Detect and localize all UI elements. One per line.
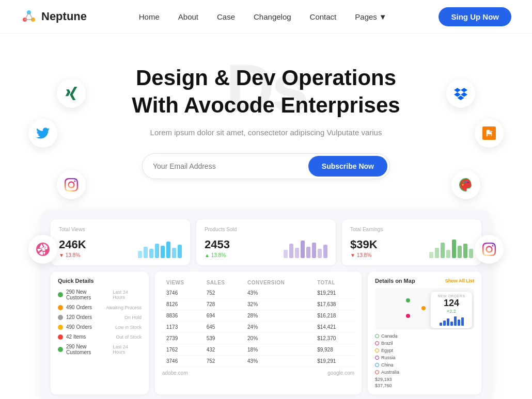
total-views-value: 246K — [59, 238, 86, 251]
svg-point-7 — [463, 182, 464, 183]
svg-line-3 — [25, 12, 29, 20]
navbar: Neptune Home About Case Changelog Contac… — [0, 0, 532, 34]
nav-about[interactable]: About — [178, 12, 198, 21]
logo[interactable]: Neptune — [21, 8, 87, 25]
nav-case[interactable]: Case — [217, 12, 235, 21]
table-row: 176243218%$9,928 — [162, 344, 354, 356]
qd-row-1: 490 Orders Awaiting Process — [58, 305, 142, 310]
total-views-chart — [138, 238, 182, 258]
total-views-label: Total Views — [59, 227, 182, 232]
total-views-change: ▼ 13.8% — [59, 252, 86, 258]
table-row: 374675243%$19,291 — [162, 356, 354, 367]
twitter-icon — [28, 119, 57, 148]
nav-home[interactable]: Home — [139, 12, 160, 21]
country-russia: Russia — [375, 355, 474, 360]
data-table-panel: VIEWS SALES CONVERSION TOTAL 374675243%$… — [155, 272, 362, 394]
dribbble-icon — [28, 235, 57, 264]
orders-value: 124 — [435, 298, 468, 309]
map-header: Details on Map Show All List — [375, 278, 474, 284]
country-brazil: Brazil — [375, 341, 474, 346]
quick-details-title: Quick Details — [58, 278, 142, 284]
nav-contact[interactable]: Contact — [310, 12, 337, 21]
dashboard-cards: Total Views 246K ▼ 13.8% — [51, 219, 481, 265]
table-row: 374675243%$19,291 — [162, 288, 354, 299]
blogger-icon — [475, 119, 504, 148]
nav-changelog[interactable]: Changelog — [254, 12, 291, 21]
chevron-down-icon: ▼ — [379, 12, 387, 21]
products-sold-card: Products Sold 2453 ▲ 13.8% — [196, 219, 336, 265]
nav-links: Home About Case Changelog Contact Pages … — [139, 12, 387, 21]
qd-row-0: 290 New Customers Last 24 Hours — [58, 289, 142, 300]
country-canada: Canada — [375, 333, 474, 339]
new-orders-badge: NEW ORDERS 124 +2.2 — [431, 292, 472, 328]
dashboard-preview: Total Views 246K ▼ 13.8% — [41, 210, 491, 399]
data-table: VIEWS SALES CONVERSION TOTAL 374675243%$… — [162, 278, 354, 367]
total-earnings-chart — [429, 238, 473, 258]
show-all-link[interactable]: Show All List — [445, 278, 474, 283]
quick-details-panel: Quick Details 290 New Customers Last 24 … — [51, 272, 149, 394]
table-footer: adobe.com google.com — [162, 370, 354, 376]
map-title: Details on Map — [375, 278, 415, 284]
country-list: Canada Brazil Egypt Russia China Austral… — [375, 333, 474, 375]
qd-row-3: 490 Orders Low in Stock — [58, 324, 142, 330]
products-sold-value: 2453 — [205, 238, 230, 251]
country-australia: Australia — [375, 370, 474, 375]
orders-chart — [435, 315, 468, 326]
nav-pages[interactable]: Pages ▼ — [355, 12, 386, 21]
col-views: VIEWS — [162, 278, 202, 288]
map-area: NEW ORDERS 124 +2.2 — [375, 288, 474, 329]
total-earnings-value: $39K — [350, 238, 378, 251]
qd-row-2: 120 Orders On Hold — [58, 314, 142, 320]
total-views-card: Total Views 246K ▼ 13.8% — [51, 219, 190, 265]
table-row: 812672832%$17,638 — [162, 299, 354, 310]
table-row: 883669428%$16,218 — [162, 310, 354, 322]
table-row: 273953920%$12,370 — [162, 333, 354, 344]
hero-section: Ds Design & Dev Operations With Avocode … — [0, 34, 532, 200]
qd-row-5: 290 New Customers Last 24 Hours — [58, 344, 142, 355]
products-sold-label: Products Sold — [205, 227, 327, 232]
products-sold-change: ▲ 13.8% — [205, 252, 230, 258]
xing-icon — [57, 79, 86, 108]
logo-icon — [21, 8, 37, 25]
col-total: TOTAL — [313, 278, 354, 288]
hero-title: Design & Dev Operations With Avocode Ent… — [10, 65, 522, 119]
total-earnings-change: ▼ 13.8% — [350, 252, 378, 258]
col-conversion: CONVERSION — [243, 278, 313, 288]
qd-row-4: 42 Items Out of Stock — [58, 334, 142, 340]
logo-text: Neptune — [41, 10, 87, 23]
orders-change: +2.2 — [435, 309, 468, 314]
email-input[interactable] — [143, 155, 306, 178]
col-sales: SALES — [202, 278, 243, 288]
country-china: China — [375, 362, 474, 368]
instagram2-icon — [475, 235, 504, 264]
hero-content: Design & Dev Operations With Avocode Ent… — [10, 65, 522, 179]
dropbox-icon — [446, 79, 475, 108]
signup-button[interactable]: Sing Up Now — [439, 7, 511, 26]
svg-line-4 — [29, 12, 33, 20]
dashboard-bottom: Quick Details 290 New Customers Last 24 … — [51, 272, 481, 394]
svg-point-6 — [462, 184, 463, 185]
country-egypt: Egypt — [375, 348, 474, 353]
palette-icon — [451, 170, 480, 199]
subscribe-form: Subscribe Now — [142, 153, 390, 179]
country-values: $29,193 $37,760 — [375, 377, 474, 388]
svg-point-8 — [465, 181, 466, 182]
subscribe-button[interactable]: Subscribe Now — [308, 156, 387, 177]
total-earnings-label: Total Earnings — [350, 227, 473, 232]
map-card: Details on Map Show All List NEW ORDERS … — [368, 272, 481, 394]
orders-label: NEW ORDERS — [435, 294, 468, 298]
instagram-icon — [57, 170, 86, 199]
svg-point-9 — [467, 182, 469, 183]
table-row: 117364524%$14,421 — [162, 322, 354, 333]
products-sold-chart — [284, 238, 327, 258]
total-earnings-card: Total Earnings $39K ▼ 13.8% — [342, 219, 481, 265]
hero-subtitle: Lorem ipsum dolor sit amet, consectetor … — [10, 128, 522, 137]
